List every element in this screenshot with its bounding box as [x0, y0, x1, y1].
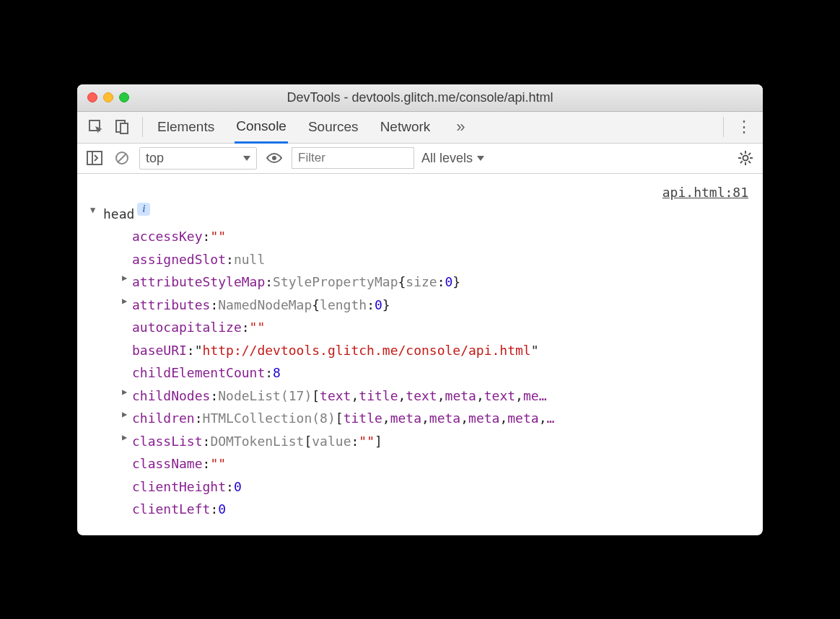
svg-line-14 — [748, 161, 751, 163]
svg-line-6 — [118, 154, 126, 162]
svg-rect-4 — [87, 152, 92, 164]
prop-childNodes[interactable]: childNodes: NodeList(17) [text, title, t… — [90, 385, 750, 408]
console-output: api.html:81 head i accessKey: "" assigne… — [77, 174, 763, 535]
console-sidebar-toggle-icon[interactable] — [84, 148, 105, 168]
disclosure-triangle-icon[interactable] — [122, 385, 132, 408]
prop-clientHeight[interactable]: clientHeight: 0 — [90, 475, 750, 499]
svg-line-16 — [748, 153, 751, 155]
separator — [723, 117, 724, 137]
context-label: top — [146, 151, 164, 166]
tab-sources[interactable]: Sources — [307, 112, 360, 142]
separator — [142, 117, 143, 137]
prop-accessKey[interactable]: accessKey: "" — [90, 225, 750, 248]
disclosure-triangle-icon[interactable] — [122, 294, 132, 317]
chevron-down-icon — [477, 156, 484, 161]
disclosure-triangle-icon[interactable] — [122, 407, 132, 430]
prop-className[interactable]: className: "" — [90, 452, 750, 475]
tree-root[interactable]: head i — [90, 203, 750, 226]
object-tree: head i accessKey: "" assignedSlot: null … — [90, 203, 750, 521]
tab-console[interactable]: Console — [235, 111, 288, 144]
log-levels-select[interactable]: All levels — [421, 151, 484, 166]
source-link[interactable]: api.html:81 — [662, 181, 748, 204]
execution-context-select[interactable]: top — [139, 147, 257, 170]
window-title: DevTools - devtools.glitch.me/console/ap… — [77, 90, 763, 105]
live-expression-icon[interactable] — [264, 148, 284, 168]
prop-clientLeft[interactable]: clientLeft: 0 — [90, 498, 750, 521]
tab-elements[interactable]: Elements — [156, 112, 216, 142]
disclosure-triangle-icon[interactable] — [122, 430, 132, 453]
svg-line-15 — [740, 161, 743, 163]
device-toolbar-icon[interactable] — [112, 117, 132, 137]
console-settings-icon[interactable] — [735, 148, 756, 168]
prop-attributeStyleMap[interactable]: attributeStyleMap: StylePropertyMap {siz… — [90, 271, 750, 294]
more-tabs-icon[interactable]: » — [450, 117, 471, 137]
inspect-element-icon[interactable] — [86, 117, 106, 137]
prop-attributes[interactable]: attributes: NamedNodeMap {length: 0} — [90, 294, 750, 317]
svg-point-8 — [743, 156, 748, 161]
console-filter-bar: top All levels — [77, 144, 763, 174]
prop-assignedSlot[interactable]: assignedSlot: null — [90, 248, 750, 271]
disclosure-triangle-icon[interactable] — [90, 203, 100, 226]
info-icon[interactable]: i — [137, 203, 150, 216]
svg-rect-3 — [87, 152, 102, 164]
clear-console-icon[interactable] — [112, 148, 132, 168]
prop-classList[interactable]: classList: DOMTokenList [value: ""] — [90, 430, 750, 453]
svg-rect-2 — [121, 123, 128, 133]
kebab-menu-icon[interactable]: ⋮ — [734, 117, 754, 137]
main-toolbar: Elements Console Sources Network » ⋮ — [77, 112, 763, 144]
prop-autocapitalize[interactable]: autocapitalize: "" — [90, 316, 750, 339]
disclosure-triangle-icon[interactable] — [122, 271, 132, 294]
filter-input[interactable] — [292, 147, 414, 169]
chevron-down-icon — [243, 156, 250, 161]
levels-label: All levels — [421, 151, 473, 166]
devtools-window: DevTools - devtools.glitch.me/console/ap… — [77, 84, 763, 535]
root-label: head — [103, 203, 134, 226]
svg-point-7 — [272, 156, 276, 160]
titlebar: DevTools - devtools.glitch.me/console/ap… — [77, 84, 763, 112]
tab-network[interactable]: Network — [379, 112, 432, 142]
prop-children[interactable]: children: HTMLCollection(8) [title, meta… — [90, 407, 750, 430]
svg-line-13 — [740, 153, 743, 155]
prop-childElementCount[interactable]: childElementCount: 8 — [90, 361, 750, 385]
panel-tabs: Elements Console Sources Network » — [156, 111, 471, 144]
prop-baseURI[interactable]: baseURI: "http://devtools.glitch.me/cons… — [90, 339, 750, 362]
